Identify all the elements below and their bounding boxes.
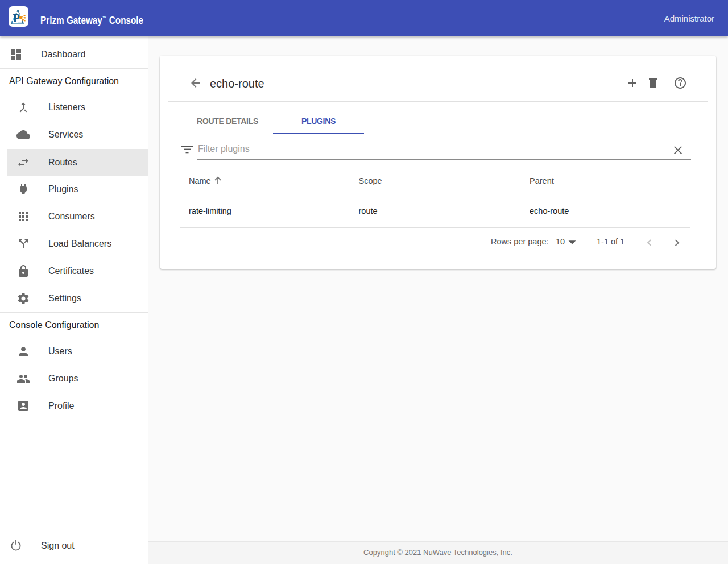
- svg-text:P: P: [13, 12, 20, 24]
